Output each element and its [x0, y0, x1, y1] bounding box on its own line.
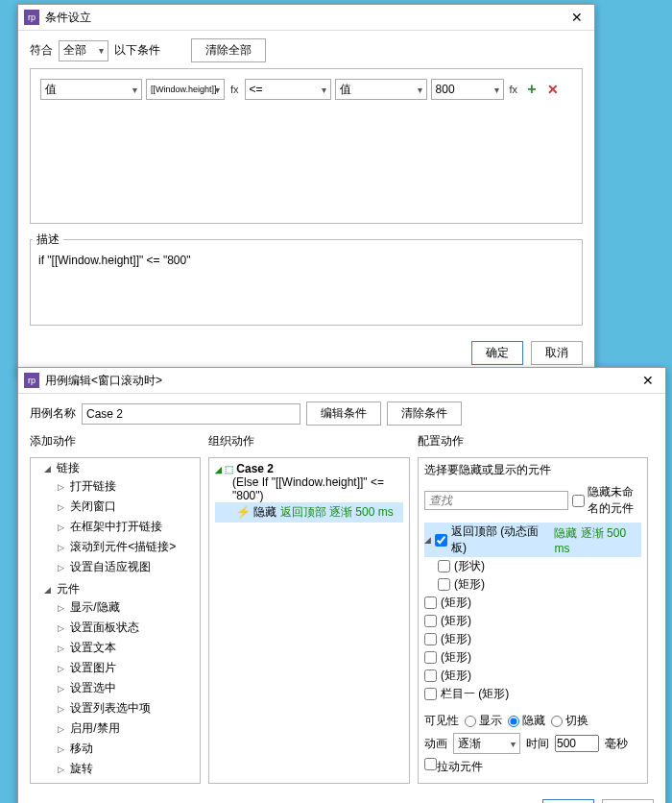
tree-node[interactable]: ◢ 元件▷ 显示/隐藏▷ 设置面板状态▷ 设置文本▷ 设置图片▷ 设置选中▷ 设… [44, 579, 200, 784]
expr-dropdown[interactable]: [[Window.height]] [146, 79, 225, 100]
close-icon[interactable]: ✕ [636, 372, 660, 389]
titlebar: rp 条件设立 ✕ [18, 5, 594, 31]
widget-item[interactable]: 栏目一 (矩形) [424, 685, 641, 703]
description-fieldset: 描述 if "[[Window.height]]" <= "800" [30, 231, 583, 326]
tree-node[interactable]: ▷ 设置文本 [58, 638, 200, 658]
delete-icon[interactable]: ✕ [543, 82, 563, 97]
time-input[interactable] [555, 735, 599, 752]
anim-dropdown[interactable]: 逐渐 [453, 733, 520, 754]
action-item[interactable]: ⚡ 隐藏 返回顶部 逐渐 500 ms [215, 502, 403, 523]
search-input[interactable] [424, 491, 568, 510]
add-action-header: 添加动作 [30, 433, 201, 450]
fx-icon-2[interactable]: fx [508, 84, 520, 95]
widget-item[interactable]: (矩形) [424, 594, 641, 612]
condition-text: (Else If "[[Window.height]]" <= "800") [215, 475, 403, 502]
case-editor-dialog: rp 用例编辑<窗口滚动时> ✕ 用例名称 编辑条件 清除条件 添加动作 组织动… [17, 367, 666, 803]
value-input[interactable]: 800 [431, 79, 504, 100]
cancel-button[interactable]: 取消 [602, 799, 654, 803]
match-mode-dropdown[interactable]: 全部 [59, 40, 108, 61]
clear-all-button[interactable]: 清除全部 [191, 38, 266, 62]
tree-node[interactable]: ▷ 启用/禁用 [58, 718, 200, 739]
ok-button[interactable]: 确定 [542, 799, 594, 803]
description-legend: 描述 [33, 231, 63, 248]
fx-icon[interactable]: fx [228, 84, 241, 95]
match-label: 符合 [30, 42, 53, 59]
tree-node[interactable]: ▷ 打开链接 [58, 476, 200, 497]
ok-button[interactable]: 确定 [471, 341, 523, 365]
op-dropdown[interactable]: <= [245, 79, 331, 100]
description-text: if "[[Window.height]]" <= "800" [33, 250, 580, 323]
hide-unnamed-checkbox[interactable]: 隐藏未命名的元件 [572, 484, 641, 517]
condition-dialog: rp 条件设立 ✕ 符合 全部 以下条件 清除全部 值 [[Window.hei… [17, 4, 595, 376]
tree-node[interactable]: ▷ 关闭窗口 [58, 497, 200, 517]
case-label: Case 2 [236, 462, 274, 475]
config-label: 选择要隐藏或显示的元件 [424, 462, 641, 478]
cancel-button[interactable]: 取消 [531, 341, 583, 365]
clear-condition-button[interactable]: 清除条件 [387, 402, 462, 426]
tree-node[interactable]: ▷ 在框架中打开链接 [58, 517, 200, 537]
pull-checkbox[interactable]: 拉动元件 [424, 758, 483, 775]
animation-row: 动画 逐渐 时间 毫秒 [424, 733, 641, 754]
tree-node[interactable]: ▷ 显示/隐藏 [58, 597, 200, 618]
match-suffix: 以下条件 [114, 42, 160, 59]
organize-action-header: 组织动作 [208, 433, 410, 450]
section-headers: 添加动作 组织动作 配置动作 [30, 433, 654, 450]
add-icon[interactable]: + [523, 81, 540, 98]
tree-node[interactable]: ▷ 设置图片 [58, 658, 200, 678]
time-label: 时间 [526, 736, 549, 752]
condition-list: 值 [[Window.height]] fx <= 值 800 fx + ✕ [30, 68, 583, 224]
config-panel: 选择要隐藏或显示的元件 隐藏未命名的元件 ◢返回顶部 (动态面板) 隐藏 逐渐 … [418, 457, 648, 784]
widget-item[interactable]: (矩形) [424, 648, 641, 667]
app-icon: rp [24, 10, 39, 25]
tree-node[interactable]: ▷ 设置列表选中项 [58, 698, 200, 718]
case-name-input[interactable] [82, 403, 300, 425]
configure-action-header: 配置动作 [418, 433, 648, 450]
match-row: 符合 全部 以下条件 清除全部 [30, 38, 583, 62]
tree-node[interactable]: ▷ 设置自适应视图 [58, 557, 200, 577]
tree-node[interactable]: ▷ 设置尺寸 [58, 779, 200, 784]
widget-item[interactable]: (形状) [424, 557, 641, 575]
edit-condition-button[interactable]: 编辑条件 [306, 402, 381, 426]
widget-item[interactable]: (矩形) [424, 612, 641, 630]
widget-item[interactable]: ◢返回顶部 (动态面板) 隐藏 逐渐 500 ms [424, 523, 641, 557]
radio-show[interactable]: 显示 [465, 713, 502, 729]
field2-dropdown[interactable]: 值 [335, 79, 427, 100]
tree-node[interactable]: ◢ 链接▷ 打开链接▷ 关闭窗口▷ 在框架中打开链接▷ 滚动到元件<描链接>▷ … [44, 458, 200, 579]
field1-dropdown[interactable]: 值 [40, 79, 142, 100]
close-icon[interactable]: ✕ [565, 9, 588, 26]
radio-toggle[interactable]: 切换 [551, 713, 588, 729]
tree-node[interactable]: ▷ 设置面板状态 [58, 618, 200, 638]
case-name-label: 用例名称 [30, 405, 76, 422]
widget-item[interactable]: (矩形) [424, 667, 641, 685]
case-name-row: 用例名称 编辑条件 清除条件 [30, 402, 654, 426]
widget-item[interactable]: (矩形) [424, 575, 641, 594]
visibility-label: 可见性 [424, 713, 459, 729]
widget-item[interactable]: (矩形) [424, 630, 641, 648]
tree-node[interactable]: ▷ 旋转 [58, 759, 200, 779]
tree-node[interactable]: ▷ 滚动到元件<描链接> [58, 537, 200, 557]
action-tree[interactable]: ◢ 链接▷ 打开链接▷ 关闭窗口▷ 在框架中打开链接▷ 滚动到元件<描链接>▷ … [30, 457, 201, 784]
dialog-title: 条件设立 [45, 10, 565, 26]
radio-hide[interactable]: 隐藏 [508, 713, 545, 729]
condition-row: 值 [[Window.height]] fx <= 值 800 fx + ✕ [40, 79, 572, 100]
anim-label: 动画 [424, 736, 447, 752]
tree-node[interactable]: ▷ 移动 [58, 739, 200, 759]
ms-label: 毫秒 [605, 736, 628, 752]
action-list[interactable]: ◢⬚ Case 2 (Else If "[[Window.height]]" <… [208, 457, 410, 784]
visibility-row: 可见性 显示 隐藏 切换 [424, 713, 641, 729]
app-icon: rp [24, 373, 39, 388]
dialog-title: 用例编辑<窗口滚动时> [45, 373, 636, 389]
tree-node[interactable]: ▷ 设置选中 [58, 678, 200, 698]
titlebar: rp 用例编辑<窗口滚动时> ✕ [18, 368, 665, 394]
